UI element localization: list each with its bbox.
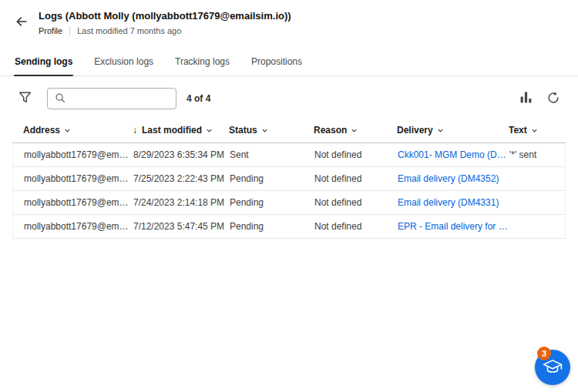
table-header-row: Address ↓ Last modified Status Reason (12, 120, 566, 143)
cell-status: Pending (230, 221, 314, 232)
column-label: Last modified (142, 125, 202, 136)
assistant-fab-container: 3 (535, 350, 570, 385)
column-label: Delivery (397, 125, 433, 136)
toolbar-right (518, 89, 561, 108)
page-title: Logs (Abbott Molly (mollyabbott17679@ema… (39, 10, 291, 22)
back-button[interactable] (11, 12, 32, 33)
filter-button[interactable] (17, 89, 33, 108)
tab-bar: Sending logs Exclusion logs Tracking log… (0, 49, 578, 76)
refresh-icon (547, 92, 560, 106)
chevron-down-icon (437, 127, 444, 134)
chevron-down-icon (351, 127, 358, 134)
column-label: Reason (314, 125, 347, 136)
cell-address: mollyabbott17679@emailsi... (13, 173, 133, 184)
notification-badge: 3 (537, 347, 551, 360)
result-count: 4 of 4 (187, 93, 210, 104)
cell-status: Sent (230, 149, 314, 160)
column-settings-icon (519, 91, 533, 106)
column-label: Status (229, 125, 257, 136)
delivery-link[interactable]: Email delivery (DM4331) (398, 197, 509, 208)
sending-logs-table: Address ↓ Last modified Status Reason (12, 120, 566, 239)
filter-icon (18, 91, 32, 106)
cell-reason: Not defined (314, 149, 398, 160)
entity-type-label: Profile (39, 26, 62, 35)
cell-last-modified: 8/29/2023 6:35:34 PM (133, 149, 230, 160)
column-header-text[interactable]: Text (509, 125, 566, 136)
table-row[interactable]: mollyabbott17679@emailsi... 7/25/2023 2:… (12, 167, 566, 191)
column-header-reason[interactable]: Reason (314, 125, 397, 136)
tab-sending-logs[interactable]: Sending logs (14, 49, 73, 75)
cell-address: mollyabbott17679@emailsi... (13, 197, 133, 208)
search-icon (55, 92, 66, 106)
column-header-status[interactable]: Status (229, 125, 314, 136)
table-row[interactable]: mollyabbott17679@emailsi... 8/29/2023 6:… (12, 143, 566, 167)
column-header-last-modified[interactable]: ↓ Last modified (133, 125, 229, 136)
toolbar: 4 of 4 (0, 76, 578, 119)
refresh-button[interactable] (546, 90, 561, 108)
cell-last-modified: 7/25/2023 2:22:43 PM (133, 173, 230, 184)
column-label: Address (23, 125, 60, 136)
cell-status: Pending (230, 173, 314, 184)
tab-propositions[interactable]: Propositions (250, 49, 303, 75)
cell-last-modified: 7/12/2023 5:47:45 PM (133, 221, 230, 232)
cell-address: mollyabbott17679@emailsi... (13, 221, 133, 232)
sort-desc-icon: ↓ (133, 125, 137, 136)
delivery-link[interactable]: Ckk001- MGM Demo (DM4... (398, 149, 509, 160)
search-box[interactable] (47, 88, 176, 109)
cell-reason: Not defined (314, 197, 398, 208)
chevron-down-icon (531, 127, 538, 134)
table-row[interactable]: mollyabbott17679@emailsi... 7/24/2023 2:… (12, 191, 566, 215)
tab-exclusion-logs[interactable]: Exclusion logs (93, 49, 154, 75)
cell-last-modified: 7/24/2023 2:14:18 PM (133, 197, 230, 208)
page-header: Logs (Abbott Molly (mollyabbott17679@ema… (0, 0, 578, 35)
search-input[interactable] (71, 93, 169, 104)
logs-page: Logs (Abbott Molly (mollyabbott17679@ema… (0, 0, 578, 239)
chevron-down-icon (64, 127, 71, 134)
header-text: Logs (Abbott Molly (mollyabbott17679@ema… (39, 10, 291, 35)
cell-status: Pending (230, 197, 314, 208)
column-label: Text (509, 125, 527, 136)
chevron-down-icon (261, 127, 268, 134)
delivery-link[interactable]: EPR - Email delivery for mu... (398, 221, 509, 232)
cell-reason: Not defined (314, 173, 398, 184)
table-row[interactable]: mollyabbott17679@emailsi... 7/12/2023 5:… (12, 215, 566, 239)
tab-tracking-logs[interactable]: Tracking logs (174, 49, 230, 75)
subtitle-divider (69, 26, 70, 35)
table-body: mollyabbott17679@emailsi... 8/29/2023 6:… (12, 143, 566, 239)
back-arrow-icon (15, 15, 29, 31)
cell-address: mollyabbott17679@emailsi... (13, 149, 133, 160)
chevron-down-icon (206, 127, 213, 134)
cell-reason: Not defined (314, 221, 398, 232)
column-header-address[interactable]: Address (12, 125, 133, 136)
page-subtitle: Profile Last modified 7 months ago (39, 26, 291, 35)
cell-text: '*' sent (509, 149, 565, 160)
column-settings-button[interactable] (518, 89, 534, 108)
delivery-link[interactable]: Email delivery (DM4352) (398, 173, 509, 184)
last-modified-label: Last modified 7 months ago (77, 26, 181, 35)
column-header-delivery[interactable]: Delivery (397, 125, 509, 136)
